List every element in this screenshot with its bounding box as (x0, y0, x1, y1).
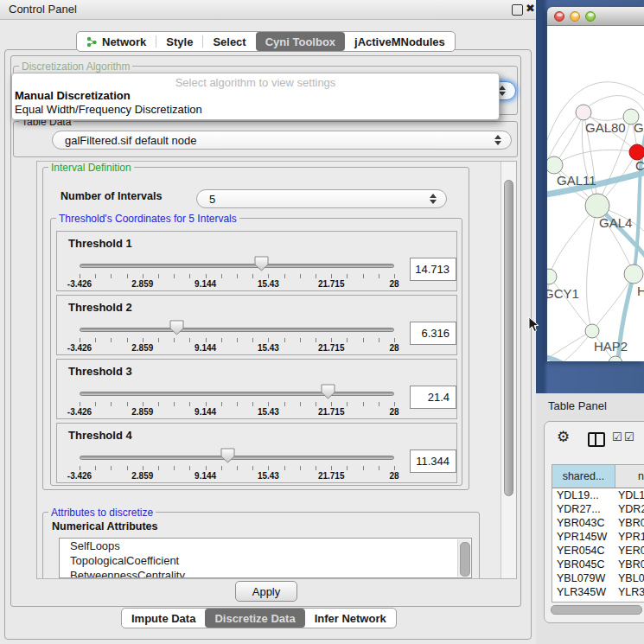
cell-name[interactable]: YER0 (615, 544, 644, 558)
slider-thumb[interactable] (321, 384, 335, 399)
column-header-name[interactable]: na (615, 465, 644, 488)
threshold-panel-1: Threshold 1 -3.4262.8599.14415.4321.7152… (56, 231, 457, 291)
horizontal-scrollbar-thumb[interactable] (551, 605, 642, 615)
axis-label: 28 (389, 471, 399, 481)
traffic-light-zoom-icon[interactable] (585, 11, 596, 22)
tab-infer-network[interactable]: Infer Network (305, 609, 396, 628)
tab-jactivemnodules[interactable]: jActiveMNodules (345, 32, 455, 51)
attributes-list-scrollbar[interactable] (457, 539, 470, 577)
slider-thumb[interactable] (169, 320, 184, 335)
column-header-shared-name[interactable]: shared... (552, 465, 615, 488)
cell-name[interactable]: YPR1 (615, 530, 644, 544)
apply-button[interactable]: Apply (235, 581, 297, 602)
network-canvas[interactable]: GAL80GACGAL11GAL4GCY1HHAP2 (547, 26, 644, 361)
stepper-arrows-icon (494, 135, 501, 145)
threshold-value-field[interactable]: 11.344 (410, 450, 456, 473)
tab-cyni-toolbox[interactable]: Cyni Toolbox (256, 32, 345, 51)
horizontal-scrollbar[interactable] (551, 605, 644, 614)
dropdown-option-manual[interactable]: Manual Discretization (15, 89, 131, 102)
table-row[interactable]: YPR145WYPR1 (552, 530, 644, 544)
tick-mark (111, 274, 112, 278)
network-node[interactable] (547, 269, 557, 284)
cell-shared-name[interactable]: YLR345W (552, 585, 615, 599)
checked-checkbox-icon[interactable]: ☑ (624, 430, 634, 443)
network-graph: GAL80GACGAL11GAL4GCY1HHAP2 (547, 26, 644, 361)
cell-shared-name[interactable]: YBR045C (552, 558, 615, 571)
close-icon[interactable]: ✖ (526, 3, 535, 14)
table-row[interactable]: YER054CYER0 (552, 544, 644, 558)
network-node-label: GAL4 (599, 215, 632, 230)
tick-mark (206, 402, 207, 406)
table-row[interactable]: YDL19...YDL1 (552, 488, 644, 502)
table-row[interactable]: YBR045CYBR0 (552, 558, 644, 571)
float-window-icon[interactable] (512, 4, 523, 16)
tick-mark (331, 274, 332, 278)
network-node[interactable] (576, 105, 591, 120)
network-node[interactable] (624, 265, 643, 284)
slider-track[interactable] (80, 328, 394, 332)
checked-checkbox-icon[interactable]: ☑ (612, 430, 622, 443)
desktop-background: GAL80GACGAL11GAL4GCY1HHAP2 (536, 0, 644, 393)
cell-shared-name[interactable]: YBL079W (552, 571, 615, 585)
threshold-value-field[interactable]: 21.4 (410, 386, 456, 409)
attributes-list[interactable]: SelfLoopsTopologicalCoefficientBetweenne… (59, 538, 472, 578)
axis-label: 9.144 (194, 471, 216, 481)
table-data-combobox[interactable]: galFiltered.sif default node (52, 131, 512, 150)
split-columns-icon[interactable] (588, 432, 605, 447)
table-row[interactable]: YLR345WYLR3 (552, 585, 644, 599)
cell-name[interactable]: YBR0 (615, 558, 644, 571)
table-row[interactable]: YIL052CYIL0 (552, 599, 644, 603)
dropdown-placeholder: Select algorithm to view settings (12, 76, 499, 89)
cell-name[interactable]: YLR3 (615, 585, 644, 599)
dropdown-option-equal-width[interactable]: Equal Width/Frequency Discretization (15, 103, 202, 116)
traffic-light-minimize-icon[interactable] (570, 11, 580, 22)
tab-select[interactable]: Select (203, 32, 255, 51)
tick-mark (284, 466, 285, 470)
tick-mark (394, 338, 395, 342)
cell-shared-name[interactable]: YER054C (552, 544, 615, 558)
bottom-tab-bar: Impute Data Discretize Data Infer Networ… (121, 608, 397, 628)
cell-shared-name[interactable]: YIL052C (552, 599, 615, 603)
slider-track[interactable] (80, 456, 394, 460)
tick-mark (237, 338, 238, 342)
attribute-list-item[interactable]: SelfLoops (60, 539, 471, 553)
network-node[interactable] (585, 324, 599, 338)
node-table: shared... na YDL19...YDL1YDR27...YDR2YBR… (552, 464, 644, 603)
num-intervals-combobox[interactable]: 5 (196, 189, 447, 208)
vertical-scrollbar-thumb[interactable] (504, 180, 513, 496)
cell-name[interactable]: YBL0 (615, 571, 644, 585)
mouse-cursor (528, 316, 539, 333)
thresholds-group: Threshold's Coordinates for 5 Intervals … (50, 218, 462, 486)
cell-shared-name[interactable]: YDR27... (552, 502, 615, 516)
slider-track[interactable] (80, 264, 394, 268)
cell-name[interactable]: YIL0 (615, 599, 641, 603)
threshold-value-field[interactable]: 6.316 (410, 322, 456, 345)
table-row[interactable]: YDR27...YDR2 (552, 502, 644, 516)
tab-network[interactable]: Network (77, 32, 156, 51)
threshold-value-field[interactable]: 14.713 (410, 258, 456, 281)
tab-impute-data[interactable]: Impute Data (122, 609, 205, 628)
cell-name[interactable]: YDR2 (615, 502, 644, 516)
slider-thumb[interactable] (220, 448, 235, 463)
cell-name[interactable]: YDL1 (615, 488, 644, 502)
gear-icon[interactable]: ⚙ (557, 430, 570, 444)
cell-name[interactable]: YBR0 (615, 516, 644, 530)
vertical-scrollbar[interactable] (501, 162, 516, 578)
traffic-light-close-icon[interactable] (554, 11, 564, 22)
tab-discretize-data[interactable]: Discretize Data (205, 609, 304, 628)
cell-shared-name[interactable]: YPR145W (552, 530, 615, 544)
attribute-list-item[interactable]: BetweennessCentrality (60, 568, 471, 578)
tab-style[interactable]: Style (156, 32, 202, 51)
network-node[interactable] (585, 194, 609, 218)
control-panel-window: Control Panel ✖ Network Style Select Cyn… (0, 0, 536, 644)
attribute-list-item[interactable]: TopologicalCoefficient (60, 553, 471, 568)
network-node[interactable] (547, 156, 563, 174)
axis-label: 28 (389, 343, 399, 353)
cell-shared-name[interactable]: YBR043C (552, 516, 615, 530)
table-row[interactable]: YBR043CYBR0 (552, 516, 644, 530)
slider-track[interactable] (80, 392, 394, 396)
cell-shared-name[interactable]: YDL19... (552, 488, 615, 502)
tick-mark (189, 466, 190, 470)
slider-thumb[interactable] (254, 256, 269, 271)
table-row[interactable]: YBL079WYBL0 (552, 571, 644, 585)
